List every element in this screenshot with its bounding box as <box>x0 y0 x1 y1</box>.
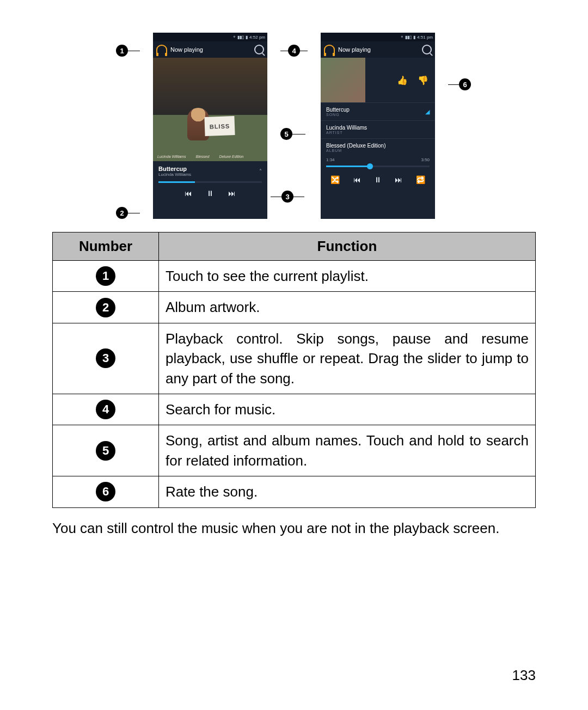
info-song-label: SONG <box>326 113 430 117</box>
info-row-artist: Lucinda Williams ARTIST <box>321 120 435 138</box>
headphones-icon <box>324 45 335 54</box>
header-function: Function <box>159 232 536 261</box>
number-badge: 2 <box>96 298 115 317</box>
function-cell: Song, artist and album names. Touch and … <box>159 425 536 476</box>
callout-leader <box>300 51 308 51</box>
callout-leader <box>448 84 459 85</box>
info-row-song: Buttercup SONG ◢ <box>321 102 435 120</box>
table-row: 5Song, artist and album names. Touch and… <box>53 425 536 476</box>
callout-leader <box>128 213 140 213</box>
function-cell: Search for music. <box>159 394 536 425</box>
function-cell: Album artwork. <box>159 292 536 323</box>
table-row: 2Album artwork. <box>53 292 536 323</box>
playback-controls-extended: 🔀 ⏮ ⏸ ⏭ 🔁 <box>321 170 435 189</box>
callout-leader <box>293 197 304 197</box>
callout-leader <box>292 134 305 134</box>
appbar-title: Now playing <box>338 46 419 53</box>
function-cell: Playback control. Skip songs, pause and … <box>159 323 536 394</box>
status-time: 4:51 pm <box>417 35 433 40</box>
previous-icon: ⏮ <box>185 189 192 198</box>
footer-paragraph: You can still control the music when you… <box>52 518 536 539</box>
thumbs-down-icon: 👎 <box>418 75 428 85</box>
artwork-caption-album: Blessed <box>195 155 209 158</box>
number-cell: 1 <box>53 261 159 292</box>
info-row-album: Blessed (Deluxe Edition) ALBUM <box>321 138 435 156</box>
info-artist-name: Lucinda Williams <box>326 125 430 131</box>
info-artist-label: ARTIST <box>326 131 430 134</box>
info-album-name: Blessed (Deluxe Edition) <box>326 143 430 149</box>
callout-column-middle: 4 5 3 <box>280 33 308 207</box>
header-number: Number <box>53 232 159 261</box>
callout-badge-1: 1 <box>116 45 128 57</box>
callout-1-row: 1 <box>116 45 140 57</box>
callout-leader <box>128 51 140 51</box>
figure-screenshots: 1 2 ⌖ ▮▮▯ ▮ 4:52 pm Now playing <box>52 33 536 219</box>
gps-icon: ⌖ <box>401 34 403 40</box>
pause-icon: ⏸ <box>374 175 382 184</box>
gps-icon: ⌖ <box>233 34 236 40</box>
signal-icon: ▮▮▯ <box>405 35 412 40</box>
app-bar: Now playing <box>153 41 267 58</box>
headphones-icon <box>156 45 167 54</box>
shuffle-icon: 🔀 <box>330 175 340 184</box>
number-cell: 3 <box>53 323 159 394</box>
callout-column-left: 1 2 <box>116 33 140 219</box>
manual-page: 1 2 ⌖ ▮▮▯ ▮ 4:52 pm Now playing <box>0 0 588 710</box>
next-icon: ⏭ <box>395 175 402 184</box>
battery-icon: ▮ <box>413 35 415 40</box>
callout-leader <box>280 51 288 51</box>
callout-badge-3: 3 <box>281 191 293 203</box>
number-cell: 4 <box>53 394 159 425</box>
info-song-name: Buttercup <box>326 107 430 113</box>
function-cell: Rate the song. <box>159 476 536 507</box>
number-cell: 5 <box>53 425 159 476</box>
callout-badge-6: 6 <box>459 78 471 90</box>
track-info-row: Buttercup Lucinda Williams ˄ <box>153 161 267 181</box>
callout-badge-4: 4 <box>288 45 300 57</box>
artwork-sign-text: BLISS <box>204 116 235 136</box>
previous-icon: ⏮ <box>353 175 361 184</box>
phone-screenshot-left: ⌖ ▮▮▯ ▮ 4:52 pm Now playing BLISS Lucind… <box>153 33 267 219</box>
table-row: 1Touch to see the current playlist. <box>53 261 536 292</box>
track-name: Buttercup <box>158 166 191 172</box>
status-time: 4:52 pm <box>249 35 265 40</box>
app-bar: Now playing <box>321 41 435 58</box>
number-badge: 1 <box>96 266 115 286</box>
search-icon <box>254 45 264 54</box>
number-badge: 4 <box>96 400 115 419</box>
function-cell: Touch to see the current playlist. <box>159 261 536 292</box>
callout-badge-5: 5 <box>280 128 292 140</box>
callout-leader <box>271 197 281 197</box>
function-table: Number Function 1Touch to see the curren… <box>52 232 536 508</box>
mini-artwork-row: 👍 👎 <box>321 58 435 102</box>
number-badge: 5 <box>96 441 115 461</box>
battery-icon: ▮ <box>246 35 248 40</box>
callout-column-right: 6 <box>448 33 472 207</box>
status-bar: ⌖ ▮▮▯ ▮ 4:52 pm <box>153 33 267 41</box>
callout-badge-2: 2 <box>116 207 128 219</box>
artwork-caption-edition: Deluxe Edition <box>219 155 243 158</box>
table-row: 6Rate the song. <box>53 476 536 507</box>
time-total: 3:50 <box>421 157 430 162</box>
table-header-row: Number Function <box>53 232 536 261</box>
number-badge: 3 <box>96 348 115 368</box>
playback-controls: ⏮ ⏸ ⏭ <box>153 183 267 204</box>
status-bar: ⌖ ▮▮▯ ▮ 4:51 pm <box>321 33 435 41</box>
repeat-icon: 🔁 <box>416 175 425 184</box>
chevron-up-icon: ˄ <box>259 168 262 174</box>
page-number: 133 <box>512 667 536 684</box>
callout-2-row: 2 <box>116 207 140 219</box>
time-row: 1:34 3:50 <box>321 156 435 163</box>
pause-icon: ⏸ <box>206 189 214 198</box>
phone-screenshot-right: ⌖ ▮▮▯ ▮ 4:51 pm Now playing 👍 👎 Buttercu… <box>321 33 435 219</box>
album-artwork: BLISS Lucinda Williams Blessed Deluxe Ed… <box>153 58 267 161</box>
appbar-title: Now playing <box>170 46 251 53</box>
info-album-label: ALBUM <box>326 149 430 152</box>
search-icon <box>422 45 432 54</box>
time-elapsed: 1:34 <box>326 157 335 162</box>
number-cell: 6 <box>53 476 159 507</box>
number-badge: 6 <box>96 482 115 501</box>
table-row: 3Playback control. Skip songs, pause and… <box>53 323 536 394</box>
signal-icon: ▮▮▯ <box>237 35 244 40</box>
progress-slider <box>326 166 430 167</box>
